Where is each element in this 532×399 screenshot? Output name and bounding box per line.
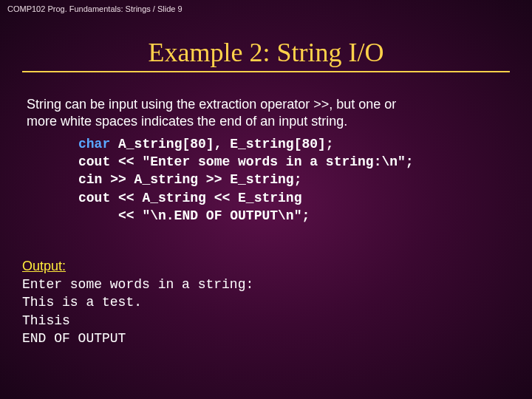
intro-line-2: more white spaces indicates the end of a… (27, 113, 507, 130)
output-section: Output: Enter some words in a string: Th… (22, 259, 510, 347)
breadcrumb: COMP102 Prog. Fundamentals: Strings / Sl… (7, 4, 183, 13)
keyword-char: char (78, 137, 110, 151)
code-line-1: A_string[80], E_string[80]; (110, 137, 333, 151)
code-line-3: cin >> A_string >> E_string; (78, 172, 301, 187)
code-line-4: cout << A_string << E_string (78, 191, 301, 205)
code-line-2: cout << "Enter some words in a string:\n… (78, 154, 414, 169)
output-text: Enter some words in a string: This is a … (22, 276, 510, 347)
output-label: Output: (22, 259, 510, 274)
code-line-5: << "\n.END OF OUTPUT\n"; (78, 208, 310, 223)
intro-line-1: String can be input using the extraction… (27, 96, 507, 113)
body-text: String can be input using the extraction… (27, 96, 507, 225)
code-block: char A_string[80], E_string[80]; cout <<… (78, 135, 507, 225)
slide-title: Example 2: String I/O (0, 37, 532, 68)
title-underline (22, 71, 510, 72)
